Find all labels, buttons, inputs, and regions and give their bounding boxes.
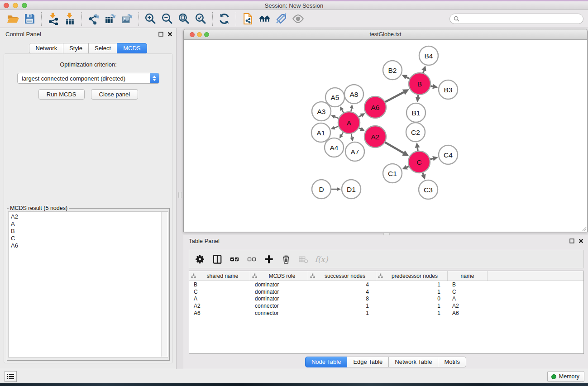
network-graph[interactable]: B4B2BB3A5A8A6A3B1AA1C2A2A4A7C4CC1C3DD1 <box>184 40 587 232</box>
graph-node-B3[interactable]: B3 <box>439 80 458 99</box>
export-table-button[interactable] <box>102 11 119 27</box>
graph-node-C[interactable]: C <box>408 151 430 173</box>
graph-edge-C-C2[interactable] <box>415 143 420 151</box>
cell-shared-name[interactable]: B <box>189 281 250 288</box>
result-scrollbar[interactable] <box>161 212 167 357</box>
graph-node-A2[interactable]: A2 <box>364 126 386 148</box>
network-canvas[interactable]: B4B2BB3A5A8A6A3B1AA1C2A2A4A7C4CC1C3DD1 <box>184 40 587 232</box>
import-table-button[interactable] <box>62 11 78 27</box>
table-tab-network-table[interactable]: Network Table <box>388 357 438 367</box>
minimize-window-button[interactable] <box>13 3 18 8</box>
graph-node-B2[interactable]: B2 <box>383 61 402 80</box>
cell-shared-name[interactable]: A6 <box>189 310 250 316</box>
graph-node-A1[interactable]: A1 <box>311 123 330 142</box>
graph-node-B1[interactable]: B1 <box>406 103 425 122</box>
network-zoom-button[interactable] <box>204 32 209 37</box>
graph-edge-C-C4[interactable] <box>430 156 438 161</box>
graph-node-A[interactable]: A <box>338 112 360 133</box>
graph-edge-A-A3[interactable] <box>331 115 339 119</box>
cell-predecessor-nodes[interactable]: 1 <box>376 303 448 309</box>
table-tab-node-table[interactable]: Node Table <box>305 357 348 367</box>
table-row-c[interactable]: Cdominator41C <box>189 288 583 295</box>
graph-edge-B-B2[interactable] <box>402 75 410 79</box>
cell-successor-nodes[interactable]: 4 <box>308 281 376 288</box>
cell-predecessor-nodes[interactable]: 1 <box>376 281 448 288</box>
import-network-button[interactable] <box>45 11 62 27</box>
new-session-button[interactable] <box>239 11 256 27</box>
graph-edge-B-B4[interactable] <box>421 66 426 73</box>
result-item-c[interactable]: C <box>11 235 168 242</box>
criterion-dropdown[interactable]: largest connected component (directed) <box>17 73 159 84</box>
column-header-MCDS-role[interactable]: MCDS role <box>250 271 308 281</box>
cell-predecessor-nodes[interactable]: 1 <box>376 310 448 316</box>
graph-node-A7[interactable]: A7 <box>345 142 364 161</box>
graph-node-A8[interactable]: A8 <box>344 85 363 104</box>
tab-select[interactable]: Select <box>88 43 117 54</box>
table-row-a6[interactable]: A6connector11A6 <box>189 310 583 317</box>
cell-MCDS-role[interactable]: connector <box>250 310 308 316</box>
graph-edge-A-A8[interactable] <box>349 105 354 112</box>
search-input[interactable] <box>462 16 579 22</box>
column-header-shared-name[interactable]: shared name <box>189 271 250 281</box>
add-row-button[interactable] <box>261 252 277 267</box>
graph-node-B[interactable]: B <box>409 73 430 95</box>
zoom-window-button[interactable] <box>22 3 27 8</box>
deselect-all-button[interactable] <box>244 252 259 267</box>
graph-edge-C-C3[interactable] <box>421 173 425 180</box>
close-table-panel-icon[interactable] <box>578 238 583 243</box>
graph-edge-D-D1[interactable] <box>331 187 341 191</box>
column-header-predecessor-nodes[interactable]: predecessor nodes <box>376 271 448 281</box>
graph-edge-B-B1[interactable] <box>416 95 421 102</box>
cell-successor-nodes[interactable]: 8 <box>308 295 376 302</box>
close-panel-button[interactable]: Close panel <box>91 89 139 100</box>
graph-edge-A-A7[interactable] <box>350 133 354 141</box>
memory-button[interactable]: Memory <box>547 371 584 382</box>
search-field[interactable] <box>449 14 583 24</box>
graph-edge-A-A6[interactable] <box>359 113 365 117</box>
network-minimize-button[interactable] <box>197 32 202 37</box>
float-table-panel-icon[interactable] <box>569 238 574 243</box>
cell-name[interactable]: A2 <box>448 303 488 309</box>
graph-edge-B-B3[interactable] <box>430 84 438 89</box>
cell-successor-nodes[interactable]: 1 <box>308 303 376 309</box>
float-panel-icon[interactable] <box>158 32 163 37</box>
graph-node-B4[interactable]: B4 <box>419 46 438 65</box>
graph-node-A6[interactable]: A6 <box>364 96 386 118</box>
cell-name[interactable]: C <box>448 289 488 295</box>
graph-node-A4[interactable]: A4 <box>325 138 344 157</box>
zoom-selected-button[interactable] <box>192 11 209 27</box>
export-network-button[interactable] <box>85 11 102 27</box>
close-window-button[interactable] <box>4 3 9 8</box>
table-tab-edge-table[interactable]: Edge Table <box>347 357 389 367</box>
show-columns-button[interactable] <box>210 252 225 267</box>
graph-edge-A-A5[interactable] <box>340 106 344 113</box>
task-history-button[interactable] <box>5 371 17 382</box>
close-panel-icon[interactable] <box>167 32 172 37</box>
tab-mcds[interactable]: MCDS <box>117 43 147 54</box>
cell-MCDS-role[interactable]: dominator <box>250 295 308 302</box>
open-session-button[interactable] <box>5 11 21 27</box>
show-details-button[interactable] <box>290 11 306 27</box>
home-button[interactable] <box>256 11 273 27</box>
cell-name[interactable]: B <box>448 281 488 288</box>
graph-node-A5[interactable]: A5 <box>325 88 344 107</box>
graph-node-D1[interactable]: D1 <box>342 180 361 199</box>
tab-style[interactable]: Style <box>63 43 89 54</box>
cell-MCDS-role[interactable]: dominator <box>250 281 308 288</box>
graph-node-C3[interactable]: C3 <box>419 180 438 199</box>
graph-node-D[interactable]: D <box>312 180 331 199</box>
zoom-out-button[interactable] <box>159 11 176 27</box>
zoom-fit-button[interactable] <box>176 11 192 27</box>
graph-edge-A2-C[interactable] <box>385 142 409 156</box>
zoom-in-button[interactable] <box>142 11 159 27</box>
table-row-b[interactable]: Bdominator41B <box>189 281 583 288</box>
graph-edge-A-A4[interactable] <box>339 132 343 138</box>
select-all-button[interactable] <box>227 252 242 267</box>
graph-edge-A-A2[interactable] <box>359 127 365 131</box>
resize-grip-icon[interactable] <box>581 226 587 231</box>
table-settings-button[interactable] <box>192 252 208 267</box>
graph-edge-C-C1[interactable] <box>402 165 409 170</box>
graph-node-C4[interactable]: C4 <box>439 145 458 164</box>
cell-name[interactable]: A <box>448 295 488 302</box>
graph-edge-A-A1[interactable] <box>331 126 339 129</box>
